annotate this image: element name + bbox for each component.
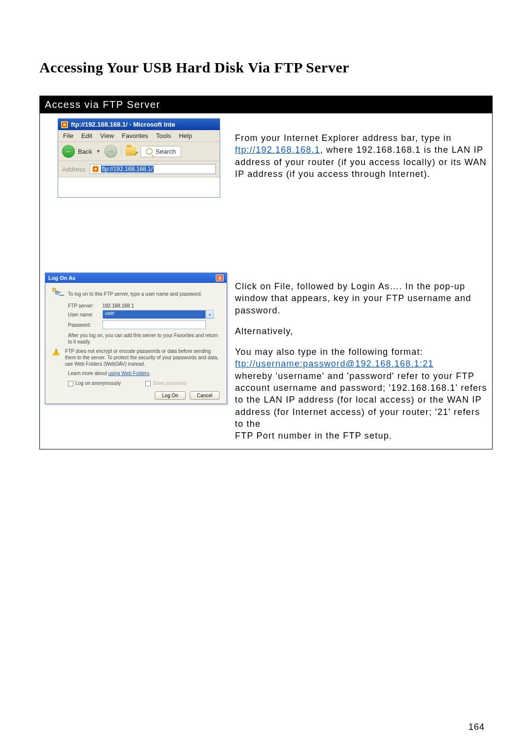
ie-menu-bar[interactable]: File Edit View Favorites Tools Help	[58, 130, 220, 142]
address-value: ftp://192.168.168.1/	[101, 166, 154, 172]
back-button-icon[interactable]: ←	[62, 145, 75, 158]
instr1-pre: From your Internet Explorer address bar,…	[235, 133, 452, 143]
up-folder-icon[interactable]: ↗	[126, 147, 136, 156]
logon-button[interactable]: Log On	[155, 391, 186, 400]
search-button[interactable]: Search	[140, 146, 181, 157]
password-label: Password:	[68, 322, 97, 328]
anon-label: Log on anonymously	[75, 380, 121, 386]
warning-text: FTP does not encrypt or encode passwords…	[65, 348, 220, 367]
menu-favorites[interactable]: Favorites	[122, 132, 148, 139]
ie-title-text: ftp://192.168.168.1/ - Microsoft Inte	[71, 121, 175, 128]
web-folders-link[interactable]: using Web Folders	[108, 371, 149, 376]
menu-view[interactable]: View	[100, 132, 114, 139]
instr2-p3-post-a: whereby 'username' and 'password' refer …	[235, 371, 487, 429]
ftp-server-label: FTP server:	[68, 303, 97, 309]
menu-file[interactable]: File	[63, 132, 73, 139]
instr2-p3-post-b: FTP Port number in the FTP setup.	[235, 431, 392, 441]
ftp-server-value: 192.168.168.1	[102, 303, 134, 309]
address-label: Address	[62, 166, 86, 173]
after-logon-text: After you log on, you can add this serve…	[68, 332, 220, 345]
dialog-title-text: Log On As	[48, 275, 75, 281]
save-label: Save password	[153, 380, 186, 386]
instr2-p1: Click on File, followed by Login As…. In…	[235, 280, 490, 316]
logon-dialog: Log On As ✕ To log on to this FTP server…	[45, 273, 227, 404]
logon-intro: To log on to this FTP server, type a use…	[68, 291, 202, 297]
learn-more-line: Learn more about using Web Folders.	[68, 370, 220, 377]
password-input[interactable]	[102, 320, 206, 329]
instr2-p3-pre: You may also type in the following forma…	[235, 347, 423, 357]
ie-title-bar: ftp://192.168.168.1/ - Microsoft Inte	[58, 119, 220, 130]
ie-address-bar: Address ftp://192.168.168.1/	[58, 161, 220, 177]
search-icon	[146, 148, 153, 155]
back-label[interactable]: Back	[78, 148, 92, 155]
keys-icon	[52, 288, 63, 299]
instr2-p2: Alternatively,	[235, 325, 490, 337]
close-icon[interactable]: ✕	[216, 275, 224, 281]
ie-content-area	[58, 177, 220, 197]
instr2-p3-link[interactable]: ftp://username:password@192.168.168.1:21	[235, 359, 434, 369]
forward-button-icon[interactable]: →	[104, 145, 117, 158]
page-heading: Accessing Your USB Hard Disk Via FTP Ser…	[39, 59, 493, 76]
instr1-link[interactable]: ftp://192.168.168.1	[235, 145, 320, 155]
menu-edit[interactable]: Edit	[81, 132, 92, 139]
ie-toolbar: ← Back ▼ → ↗ Search	[58, 142, 220, 161]
ie-window-mock: ftp://192.168.168.1/ - Microsoft Inte Fi…	[58, 118, 220, 198]
instruction-step-1: From your Internet Explorer address bar,…	[232, 113, 492, 205]
instruction-step-2: Click on File, followed by Login As…. In…	[232, 269, 492, 449]
menu-tools[interactable]: Tools	[156, 132, 171, 139]
toolbar-separator	[121, 146, 122, 157]
cancel-button[interactable]: Cancel	[190, 391, 220, 400]
section-title: Access via FTP Server	[40, 96, 492, 113]
back-dropdown-icon[interactable]: ▼	[96, 149, 100, 154]
address-input[interactable]: ftp://192.168.168.1/	[90, 164, 216, 174]
username-label: User name:	[68, 312, 97, 317]
search-label: Search	[156, 148, 176, 155]
address-favicon-icon	[92, 166, 99, 172]
warning-icon	[52, 348, 60, 355]
username-dropdown-icon[interactable]: ▾	[206, 310, 214, 319]
menu-help[interactable]: Help	[179, 132, 192, 139]
username-input[interactable]: user	[102, 310, 206, 319]
ie-logo-icon	[61, 121, 68, 128]
main-box: Access via FTP Server ftp://192.168.168.…	[39, 96, 493, 449]
save-checkbox[interactable]	[145, 381, 151, 386]
anon-checkbox[interactable]	[68, 381, 73, 386]
instr2-p3: You may also type in the following forma…	[235, 346, 490, 442]
save-checkbox-wrap[interactable]: Save password	[145, 380, 186, 386]
dialog-title-bar: Log On As ✕	[45, 273, 227, 283]
learn-prefix: Learn more about	[68, 371, 108, 376]
page-number: 164	[468, 722, 485, 732]
anon-checkbox-wrap[interactable]: Log on anonymously	[68, 380, 121, 386]
